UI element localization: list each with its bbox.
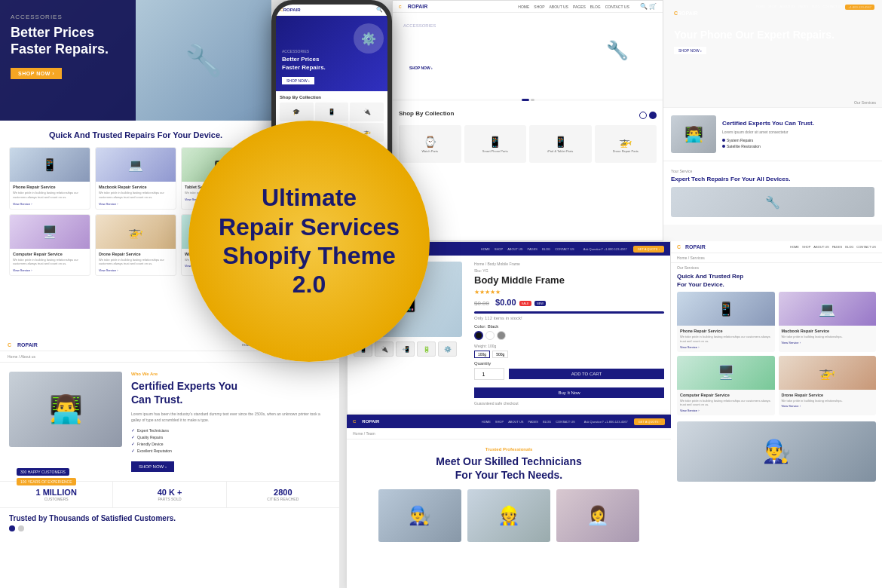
team-breadcrumb: Home / Team: [347, 428, 671, 439]
panel-about: C ROPAIR HOMESHOPABOUT USPAGESBLOGCONTAC…: [0, 339, 339, 588]
product-stars: ★★★★★: [474, 289, 664, 296]
rs-service-macbook-text: We take pride in building lasting relati…: [782, 335, 874, 339]
shop-now-button[interactable]: SHOP NOW ›: [11, 68, 62, 79]
team-logo: ROPAIR: [362, 419, 379, 424]
product-new-badge: NEW: [534, 301, 546, 306]
team-body: Trusted Professionals Meet Our Skilled T…: [347, 439, 671, 553]
service-phone-icon: 📱: [10, 148, 90, 182]
tr-badge-1: System Repairs: [722, 138, 814, 142]
product-sale-badge: SALE: [519, 301, 531, 306]
desktop-dots: [393, 99, 663, 101]
service-computer-link[interactable]: View Service ›: [13, 268, 87, 272]
product-stock-bar: [474, 311, 664, 314]
rs-service-drone-text: We take pride in building lasting relati…: [782, 399, 874, 403]
service-drone-link[interactable]: View Service ›: [99, 268, 173, 272]
main-container: ACCESSORIES Better Prices Faster Repairs…: [0, 0, 882, 588]
swatch-gray[interactable]: [497, 331, 506, 340]
product-thumb-5[interactable]: ⚙️: [438, 341, 457, 357]
swatch-black[interactable]: [474, 331, 483, 340]
panel-center-desktop: C ROPAIR HOMESHOPABOUT USPAGESBLOGCONTAC…: [392, 0, 663, 241]
service-macbook-link[interactable]: View Service ›: [99, 202, 173, 206]
about-badge-experience: 100 YEARS OF EXPERIENCE: [17, 478, 76, 485]
product-thumb-3[interactable]: 📲: [396, 341, 415, 357]
rs-logo: ROPAIR: [685, 244, 706, 250]
desktop-collections: Shop By Collection ⌚ Watch Parts 📱 Smart…: [393, 104, 663, 169]
services-title: Quick And Trusted Repairs For Your Devic…: [9, 130, 262, 141]
feature-1: ✓Expert Technicians: [131, 427, 330, 433]
buy-now-button[interactable]: Buy It Now: [474, 387, 664, 398]
tech-bg: [136, 0, 271, 121]
product-thumb-2[interactable]: 🔌: [375, 341, 394, 357]
team-title: Meet Our Skilled Technicians For Your Te…: [354, 455, 663, 482]
feature-2: ✓Quality Repairs: [131, 434, 330, 439]
service-phone-link[interactable]: View Service ›: [13, 202, 87, 206]
about-nav-dots: [9, 525, 330, 531]
tr-shop-btn[interactable]: SHOP NOW ›: [674, 47, 706, 54]
prev-btn[interactable]: [639, 112, 647, 119]
rs-service-macbook-link[interactable]: View Service ›: [782, 341, 874, 345]
tr-expert-badges: System Repairs Satellite Restoration: [722, 138, 814, 149]
phone-grid-item-2: 📱: [315, 103, 349, 121]
about-logo: ROPAIR: [17, 342, 38, 348]
golden-title: Ultimate Repair Services Shopify Theme 2…: [219, 183, 400, 299]
desktop-shop-btn[interactable]: SHOP NOW ›: [403, 63, 439, 72]
team-member-3-image: 👩‍💼: [556, 489, 639, 542]
service-drone-desc: We take pride in building lasting relati…: [99, 258, 173, 266]
tr-expert-text: Certified Experts You Can Trust. Lorem i…: [722, 120, 814, 149]
dot-2[interactable]: [18, 525, 24, 531]
rs-worker-image: 👨‍🔧: [677, 421, 876, 482]
tr-header-btn[interactable]: +1-800-123-4567: [845, 5, 874, 10]
product-quote-btn[interactable]: GET A QUOTE ›: [633, 246, 664, 253]
product-qty-label: Quantity: [474, 361, 664, 366]
product-price: $0.00: [495, 298, 516, 307]
rs-service-drone-link[interactable]: View Service ›: [782, 404, 874, 408]
swatch-white[interactable]: [485, 331, 495, 340]
tr-logo: CROPAIR: [674, 11, 871, 16]
team-member-1: 👨‍🔧: [378, 489, 461, 545]
desktop-header: C ROPAIR HOMESHOPABOUT USPAGESBLOGCONTAC…: [393, 1, 663, 13]
service-phone-desc: We take pride in building lasting relati…: [13, 191, 87, 199]
rs-header: C ROPAIR HOMESHOPABOUT USPAGESBLOGCONTAC…: [671, 241, 882, 253]
tr-experts-section: 👨‍💻 Certified Experts You Can Trust. Lor…: [663, 108, 882, 161]
size-100g[interactable]: 100g: [474, 351, 490, 358]
product-stock: Only 112 items in stock!: [474, 316, 664, 320]
product-title: Body Middle Frame: [474, 274, 664, 286]
team-ask: Ask Question? +1-800-123-4567: [584, 420, 628, 424]
stat-cities-label: CITIES REACHED: [233, 497, 333, 501]
dot-1[interactable]: [9, 525, 15, 531]
team-quote-btn[interactable]: GET A QUOTE ›: [634, 418, 665, 425]
about-shop-btn[interactable]: SHOP NOW ›: [131, 461, 174, 472]
add-to-cart-button[interactable]: ADD TO CART: [509, 369, 664, 379]
service-computer-desc: We take pride in building lasting relati…: [13, 258, 87, 266]
product-thumb-4[interactable]: 🔋: [417, 341, 436, 357]
phone-shop-btn[interactable]: SHOP NOW ›: [282, 77, 314, 84]
panel-top-left: ACCESSORIES Better Prices Faster Repairs…: [0, 0, 271, 121]
service-macbook-desc: We take pride in building lasting relati…: [99, 191, 173, 199]
service-drone-title: Drone Repair Service: [99, 252, 173, 256]
rs-service-drone: 🚁 Drone Repair Service We take pride in …: [779, 356, 877, 415]
desktop-collections-grid: ⌚ Watch Parts 📱 Smart Phone Parts 📱 iPad…: [399, 125, 657, 163]
phone-accessories: ACCESSORIES: [282, 49, 326, 54]
phone-grid-item-1: 🎓: [280, 103, 314, 121]
team-trusted-label: Trusted Professionals: [354, 447, 663, 452]
rs-service-phone-link[interactable]: View Service ›: [680, 345, 772, 349]
rs-service-computer-link[interactable]: View Service ›: [680, 409, 772, 412]
golden-circle: Ultimate Repair Services Shopify Theme 2…: [188, 121, 430, 362]
rs-service-drone-icon: 🚁: [779, 356, 877, 390]
rs-nav: HOMESHOPABOUT USPAGESBLOGCONTACT US: [790, 245, 876, 249]
product-price-old: $0.00: [474, 300, 489, 307]
rs-service-macbook-title: Macbook Repair Service: [782, 329, 874, 333]
tr-experts-desc: Lorem ipsum dolor sit amet consectetur: [722, 130, 814, 135]
product-nav: HOMESHOPABOUT USPAGESBLOGCONTACT US: [481, 247, 574, 251]
product-safe-checkout: Guaranteed safe checkout: [474, 401, 664, 406]
service-macbook-icon: 💻: [96, 148, 176, 182]
product-qty-input[interactable]: [474, 368, 504, 380]
tr-repairs-image: 🔧: [671, 187, 874, 217]
size-500g[interactable]: 500g: [492, 351, 508, 358]
stat-cities-num: 2800: [233, 488, 333, 497]
about-who-label: Who We Are: [131, 372, 330, 376]
next-btn[interactable]: [649, 112, 657, 119]
accessories-label: ACCESSORIES: [11, 14, 139, 20]
stat-customers-num: 1 MILLION: [6, 488, 106, 497]
hero-headline: Better Prices Faster Repairs.: [11, 25, 139, 57]
